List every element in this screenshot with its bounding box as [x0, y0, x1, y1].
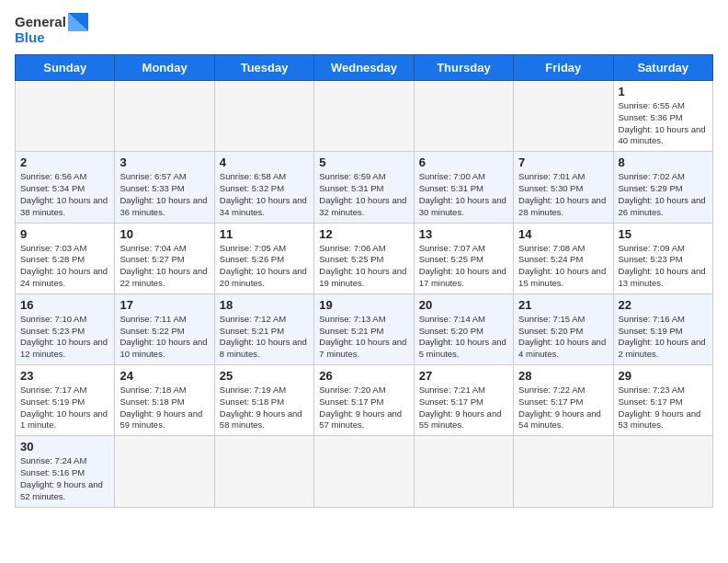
day-number: 12 [319, 227, 408, 241]
calendar-week-row-3: 9Sunrise: 7:03 AM Sunset: 5:28 PM Daylig… [16, 223, 713, 293]
cell-text: Sunrise: 6:58 AM Sunset: 5:32 PM Dayligh… [220, 171, 309, 218]
cell-text: Sunrise: 6:57 AM Sunset: 5:33 PM Dayligh… [119, 171, 209, 218]
calendar-cell [115, 81, 214, 152]
day-number: 13 [419, 227, 508, 241]
day-number: 22 [619, 298, 708, 312]
calendar-week-row-2: 2Sunrise: 6:56 AM Sunset: 5:34 PM Daylig… [16, 152, 713, 223]
cell-text: Sunrise: 7:09 AM Sunset: 5:23 PM Dayligh… [619, 243, 708, 290]
logo-general-text: General [15, 15, 66, 30]
calendar-cell: 29Sunrise: 7:23 AM Sunset: 5:17 PM Dayli… [613, 365, 712, 436]
calendar-header-row: SundayMondayTuesdayWednesdayThursdayFrid… [16, 55, 713, 81]
logo: General Blue [15, 15, 88, 45]
cell-text: Sunrise: 7:20 AM Sunset: 5:17 PM Dayligh… [319, 385, 408, 431]
calendar-cell [514, 436, 613, 507]
calendar-cell [414, 81, 513, 152]
cell-text: Sunrise: 7:24 AM Sunset: 5:16 PM Dayligh… [20, 455, 109, 502]
day-number: 6 [419, 155, 508, 169]
calendar-cell [214, 436, 313, 507]
day-number: 23 [20, 369, 109, 383]
calendar-cell [613, 436, 712, 507]
cell-text: Sunrise: 7:17 AM Sunset: 5:19 PM Dayligh… [20, 385, 109, 431]
day-number: 2 [20, 155, 109, 169]
calendar-cell [16, 81, 115, 152]
calendar-cell: 1Sunrise: 6:55 AM Sunset: 5:36 PM Daylig… [613, 81, 712, 152]
day-number: 29 [619, 369, 708, 383]
cell-text: Sunrise: 6:55 AM Sunset: 5:36 PM Dayligh… [619, 100, 708, 147]
calendar-cell [414, 436, 513, 507]
cell-text: Sunrise: 7:12 AM Sunset: 5:21 PM Dayligh… [220, 314, 309, 361]
calendar-cell: 21Sunrise: 7:15 AM Sunset: 5:20 PM Dayli… [514, 293, 613, 364]
cell-text: Sunrise: 6:59 AM Sunset: 5:31 PM Dayligh… [319, 171, 408, 218]
calendar-cell: 23Sunrise: 7:17 AM Sunset: 5:19 PM Dayli… [16, 365, 115, 436]
calendar-week-row-1: 1Sunrise: 6:55 AM Sunset: 5:36 PM Daylig… [16, 81, 713, 152]
day-number: 11 [220, 227, 309, 241]
cell-text: Sunrise: 7:14 AM Sunset: 5:20 PM Dayligh… [419, 314, 508, 361]
cell-text: Sunrise: 7:19 AM Sunset: 5:18 PM Dayligh… [220, 385, 309, 431]
calendar-cell: 14Sunrise: 7:08 AM Sunset: 5:24 PM Dayli… [514, 223, 613, 293]
cell-text: Sunrise: 7:00 AM Sunset: 5:31 PM Dayligh… [419, 171, 508, 218]
page-container: General Blue SundayMondayTuesdayWednesda… [15, 15, 713, 508]
cell-text: Sunrise: 7:05 AM Sunset: 5:26 PM Dayligh… [220, 243, 309, 290]
day-number: 28 [518, 369, 608, 383]
calendar-cell: 26Sunrise: 7:20 AM Sunset: 5:17 PM Dayli… [314, 365, 414, 436]
cell-text: Sunrise: 7:07 AM Sunset: 5:25 PM Dayligh… [419, 243, 508, 290]
header: General Blue [15, 15, 713, 45]
cell-text: Sunrise: 7:22 AM Sunset: 5:17 PM Dayligh… [518, 385, 608, 431]
cell-text: Sunrise: 7:03 AM Sunset: 5:28 PM Dayligh… [20, 243, 109, 290]
weekday-header-saturday: Saturday [613, 55, 712, 81]
calendar-cell: 7Sunrise: 7:01 AM Sunset: 5:30 PM Daylig… [514, 152, 613, 223]
day-number: 14 [518, 227, 608, 241]
day-number: 9 [20, 227, 109, 241]
day-number: 27 [419, 369, 508, 383]
cell-text: Sunrise: 7:08 AM Sunset: 5:24 PM Dayligh… [518, 243, 608, 290]
cell-text: Sunrise: 6:56 AM Sunset: 5:34 PM Dayligh… [20, 171, 109, 218]
cell-text: Sunrise: 7:16 AM Sunset: 5:19 PM Dayligh… [619, 314, 708, 361]
calendar-cell: 4Sunrise: 6:58 AM Sunset: 5:32 PM Daylig… [214, 152, 313, 223]
calendar-cell: 22Sunrise: 7:16 AM Sunset: 5:19 PM Dayli… [613, 293, 712, 364]
calendar-cell: 9Sunrise: 7:03 AM Sunset: 5:28 PM Daylig… [16, 223, 115, 293]
weekday-header-wednesday: Wednesday [314, 55, 414, 81]
weekday-header-friday: Friday [514, 55, 613, 81]
calendar-cell: 13Sunrise: 7:07 AM Sunset: 5:25 PM Dayli… [414, 223, 513, 293]
day-number: 21 [518, 298, 608, 312]
calendar-week-row-4: 16Sunrise: 7:10 AM Sunset: 5:23 PM Dayli… [16, 293, 713, 364]
calendar-cell [314, 81, 414, 152]
calendar-cell: 11Sunrise: 7:05 AM Sunset: 5:26 PM Dayli… [214, 223, 313, 293]
day-number: 17 [119, 298, 209, 312]
calendar-cell: 27Sunrise: 7:21 AM Sunset: 5:17 PM Dayli… [414, 365, 513, 436]
calendar-cell: 19Sunrise: 7:13 AM Sunset: 5:21 PM Dayli… [314, 293, 414, 364]
cell-text: Sunrise: 7:01 AM Sunset: 5:30 PM Dayligh… [518, 171, 608, 218]
calendar-cell: 28Sunrise: 7:22 AM Sunset: 5:17 PM Dayli… [514, 365, 613, 436]
cell-text: Sunrise: 7:10 AM Sunset: 5:23 PM Dayligh… [20, 314, 109, 361]
calendar-cell: 15Sunrise: 7:09 AM Sunset: 5:23 PM Dayli… [613, 223, 712, 293]
day-number: 20 [419, 298, 508, 312]
calendar-cell: 3Sunrise: 6:57 AM Sunset: 5:33 PM Daylig… [115, 152, 214, 223]
calendar-cell: 12Sunrise: 7:06 AM Sunset: 5:25 PM Dayli… [314, 223, 414, 293]
day-number: 24 [119, 369, 209, 383]
calendar-cell [115, 436, 214, 507]
day-number: 8 [619, 155, 708, 169]
calendar-cell: 10Sunrise: 7:04 AM Sunset: 5:27 PM Dayli… [115, 223, 214, 293]
calendar-cell: 30Sunrise: 7:24 AM Sunset: 5:16 PM Dayli… [16, 436, 115, 507]
day-number: 7 [518, 155, 608, 169]
logo-blue-text: Blue [15, 30, 66, 46]
logo-chevron-icon [68, 13, 88, 39]
calendar-cell: 5Sunrise: 6:59 AM Sunset: 5:31 PM Daylig… [314, 152, 414, 223]
weekday-header-monday: Monday [115, 55, 214, 81]
calendar-cell: 24Sunrise: 7:18 AM Sunset: 5:18 PM Dayli… [115, 365, 214, 436]
day-number: 30 [20, 440, 109, 454]
weekday-header-tuesday: Tuesday [214, 55, 313, 81]
calendar-cell: 2Sunrise: 6:56 AM Sunset: 5:34 PM Daylig… [16, 152, 115, 223]
calendar-cell [514, 81, 613, 152]
calendar-cell [314, 436, 414, 507]
weekday-header-thursday: Thursday [414, 55, 513, 81]
calendar-cell: 6Sunrise: 7:00 AM Sunset: 5:31 PM Daylig… [414, 152, 513, 223]
day-number: 18 [220, 298, 309, 312]
day-number: 26 [319, 369, 408, 383]
calendar-cell: 16Sunrise: 7:10 AM Sunset: 5:23 PM Dayli… [16, 293, 115, 364]
cell-text: Sunrise: 7:02 AM Sunset: 5:29 PM Dayligh… [619, 171, 708, 218]
calendar-cell: 18Sunrise: 7:12 AM Sunset: 5:21 PM Dayli… [214, 293, 313, 364]
cell-text: Sunrise: 7:11 AM Sunset: 5:22 PM Dayligh… [119, 314, 209, 361]
day-number: 4 [220, 155, 309, 169]
weekday-header-sunday: Sunday [16, 55, 115, 81]
